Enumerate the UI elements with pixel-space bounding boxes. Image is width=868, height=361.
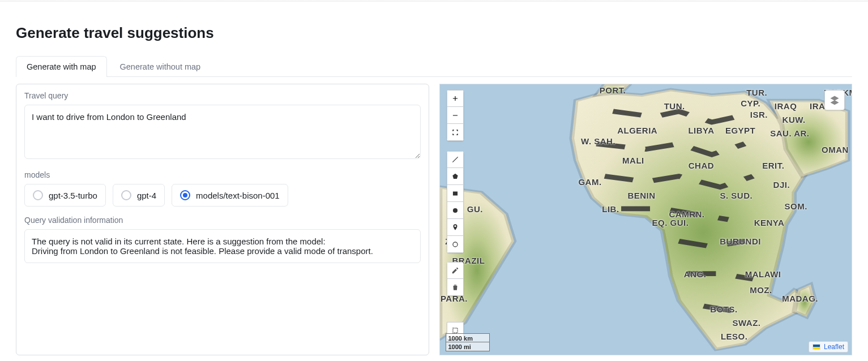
page: Generate travel suggestions Generate wit… xyxy=(0,2,868,361)
line-icon xyxy=(451,156,459,164)
scale-bar: 1000 km 1000 mi xyxy=(446,333,490,351)
edit-icon xyxy=(451,267,459,274)
draw-tools xyxy=(447,151,464,253)
zoom-in-button[interactable] xyxy=(447,90,464,107)
scale-mi: 1000 mi xyxy=(446,342,490,351)
map[interactable]: PORT.TUR.TURKMECYP.IRAQIRANISR.TUN.KUW.A… xyxy=(439,84,853,355)
trash-icon xyxy=(451,283,459,291)
svg-rect-0 xyxy=(452,191,457,195)
draw-polygon-button[interactable] xyxy=(447,168,464,185)
draw-circlemarker-button[interactable] xyxy=(447,236,464,253)
travel-query-group: Travel query xyxy=(24,91,421,161)
zoom-out-button[interactable] xyxy=(447,107,464,124)
pin-icon xyxy=(451,224,459,231)
edit-tools xyxy=(447,262,464,296)
tab-generate-without-map[interactable]: Generate without map xyxy=(109,56,212,77)
travel-query-input[interactable] xyxy=(24,105,421,159)
model-option-label: gpt-3.5-turbo xyxy=(49,191,97,200)
models-label: models xyxy=(24,170,421,179)
fullscreen-button[interactable] xyxy=(447,124,464,141)
radio-icon xyxy=(180,190,190,200)
travel-query-label: Travel query xyxy=(24,91,421,100)
pentagon-icon xyxy=(451,173,459,180)
models-radio-row: gpt-3.5-turbo gpt-4 models/text-bison-00… xyxy=(24,184,421,207)
minus-icon xyxy=(451,111,459,119)
svg-rect-3 xyxy=(452,328,457,333)
scale-km: 1000 km xyxy=(446,333,490,342)
tab-label: Generate with map xyxy=(27,62,96,71)
form-card: Travel query models gpt-3.5-turbo gpt-4 xyxy=(16,84,429,355)
content-grid: Travel query models gpt-3.5-turbo gpt-4 xyxy=(16,84,852,355)
plus-icon xyxy=(451,94,459,102)
draw-circle-button[interactable] xyxy=(447,202,464,219)
radio-icon xyxy=(33,190,43,200)
radio-icon xyxy=(121,190,131,200)
draw-marker-button[interactable] xyxy=(447,219,464,236)
model-option-gpt35[interactable]: gpt-3.5-turbo xyxy=(24,184,106,207)
model-option-gpt4[interactable]: gpt-4 xyxy=(113,184,165,207)
edit-shapes-button[interactable] xyxy=(447,262,464,279)
layers-icon xyxy=(829,94,840,106)
delete-shapes-button[interactable] xyxy=(447,279,464,296)
leaflet-attribution-link[interactable]: Leaflet xyxy=(809,341,848,353)
attribution-text: Leaflet xyxy=(824,343,844,351)
zoom-controls xyxy=(447,90,464,141)
svg-point-1 xyxy=(452,208,457,212)
circle-outline-icon xyxy=(451,240,459,248)
draw-line-button[interactable] xyxy=(447,151,464,168)
map-canvas xyxy=(440,84,852,355)
page-title: Generate travel suggestions xyxy=(16,24,852,42)
circle-icon xyxy=(451,207,459,214)
validation-label: Query validation information xyxy=(24,216,421,225)
svg-point-2 xyxy=(452,242,457,246)
tabs: Generate with map Generate without map xyxy=(16,55,852,77)
model-option-label: gpt-4 xyxy=(137,191,156,200)
fullscreen-icon xyxy=(451,128,459,136)
layers-button[interactable] xyxy=(824,90,845,110)
ukraine-flag-icon xyxy=(813,344,820,350)
model-option-bison[interactable]: models/text-bison-001 xyxy=(172,184,288,207)
validation-group: Query validation information The query i… xyxy=(24,216,421,263)
validation-output: The query is not valid in its current st… xyxy=(24,229,421,263)
tab-label: Generate without map xyxy=(120,62,201,71)
layers-control xyxy=(824,90,845,110)
models-group: models gpt-3.5-turbo gpt-4 models/text-b… xyxy=(24,170,421,207)
tab-generate-with-map[interactable]: Generate with map xyxy=(16,56,107,77)
draw-rectangle-button[interactable] xyxy=(447,185,464,202)
model-option-label: models/text-bison-001 xyxy=(196,191,280,200)
attribution: Leaflet xyxy=(809,341,848,353)
square-icon xyxy=(451,190,459,197)
